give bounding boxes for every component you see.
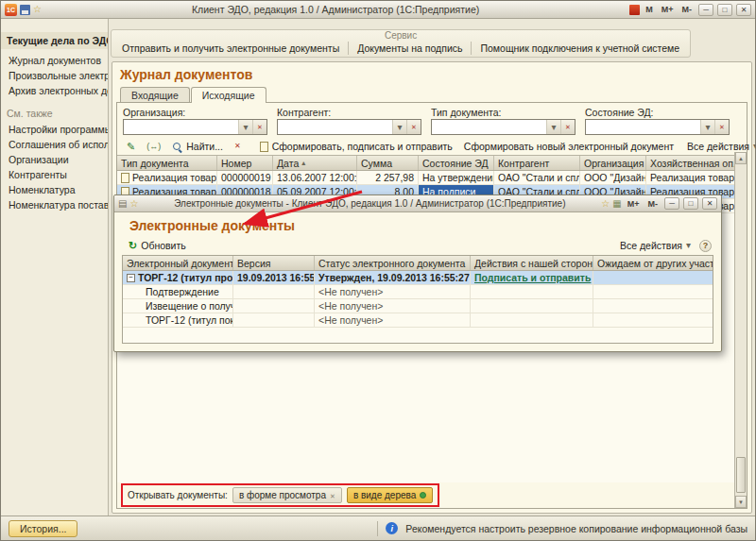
send-receive-docs-button[interactable]: Отправить и получить электронные докумен… <box>113 41 348 56</box>
scrollbar-track[interactable] <box>735 164 747 496</box>
sidebar-item-arbitrary-docs[interactable]: Произвольные электро... <box>1 68 108 83</box>
column-ed-state[interactable]: Состояние ЭД <box>419 156 494 170</box>
tab-outgoing[interactable]: Исходящие <box>191 87 266 103</box>
app-red-flag-icon <box>629 5 640 15</box>
chevron-down-icon <box>686 241 691 250</box>
cell-waiting <box>593 271 713 284</box>
filter-label-contractor: Контрагент: <box>277 107 421 118</box>
refresh-button[interactable]: Обновить <box>124 239 191 252</box>
help-icon[interactable]: ? <box>699 240 712 252</box>
open-mode-view-form-button[interactable]: в форме просмотра <box>232 487 342 503</box>
docs-to-sign-button[interactable]: Документы на подпись <box>349 41 471 56</box>
contractor-combobox[interactable] <box>277 119 421 135</box>
connection-assistant-button[interactable]: Помощник подключения к учетной системе <box>472 41 688 56</box>
column-version[interactable]: Версия <box>233 256 315 270</box>
memory-m-minus-button[interactable]: M- <box>679 5 696 14</box>
dialog-row[interactable]: Подтверждение <Не получен> <box>123 285 713 299</box>
ed-state-combobox[interactable] <box>585 119 730 135</box>
collapse-icon[interactable] <box>127 274 135 282</box>
scroll-up-button[interactable] <box>735 152 747 164</box>
cell-doc: ТОРГ-12 (титул про... <box>138 272 233 283</box>
dialog-row[interactable]: ТОРГ-12 (титул поку... <Не получен> <box>123 313 713 328</box>
dialog-maximize-button[interactable] <box>683 197 698 210</box>
column-waiting-others[interactable]: Ожидаем от других участников <box>593 256 713 270</box>
sidebar-item-nomenclature[interactable]: Номенклатура <box>1 182 108 197</box>
close-icon <box>330 490 335 500</box>
annotation-red-box: Открывать документы: в форме просмотра в… <box>121 483 439 507</box>
memory-m-button[interactable]: M <box>643 5 656 14</box>
edit-button[interactable] <box>122 141 140 153</box>
clear-icon[interactable] <box>714 120 729 134</box>
history-button[interactable]: История... <box>9 520 77 537</box>
chevron-down-icon[interactable] <box>238 120 252 134</box>
sidebar-item-settings[interactable]: Настройки программы <box>1 122 108 137</box>
column-sum[interactable]: Сумма <box>357 156 419 170</box>
tab-incoming[interactable]: Входящие <box>120 87 190 103</box>
clear-icon[interactable] <box>252 120 266 134</box>
vertical-scrollbar[interactable] <box>734 152 747 508</box>
all-actions-button[interactable]: Все действия <box>682 140 756 153</box>
column-date[interactable]: Дата <box>273 156 357 170</box>
chevron-down-icon[interactable] <box>546 120 560 134</box>
clear-icon[interactable] <box>406 120 421 134</box>
column-status[interactable]: Статус электронного документа <box>315 256 471 270</box>
search-icon <box>172 142 182 152</box>
dialog-all-actions-button[interactable]: Все действия <box>615 239 696 252</box>
sidebar-item-agreements[interactable]: Соглашения об использ... <box>1 137 108 152</box>
exchange-button[interactable] <box>142 142 165 152</box>
dialog-close-button[interactable] <box>702 197 717 210</box>
favorites-star-icon[interactable] <box>601 199 610 209</box>
grid-view-icon[interactable] <box>612 199 621 209</box>
save-icon[interactable] <box>20 5 30 15</box>
scroll-down-button[interactable] <box>735 496 747 508</box>
generate-sign-send-button[interactable]: Сформировать, подписать и отправить <box>255 140 457 153</box>
sort-asc-icon <box>301 160 305 167</box>
cell-organization: ООО "Дизайн" <box>580 171 646 184</box>
sidebar-item-organizations[interactable]: Организации <box>1 152 108 167</box>
journal-toolbar: Найти... Сформировать, подписать и отпра… <box>117 138 747 155</box>
dialog-minimize-button[interactable] <box>664 197 679 210</box>
sidebar-header-current-edo[interactable]: Текущие дела по ЭДО <box>1 32 108 49</box>
column-operation[interactable]: Хозяйственная оп... <box>646 156 734 170</box>
cell-version <box>233 299 315 313</box>
cell-version: 19.09.2013 16:55:23 <box>233 271 315 284</box>
filters: Организация: Контрагент: Тип документа: … <box>117 103 747 138</box>
memory-m-plus-button[interactable]: M+ <box>659 5 677 14</box>
backup-hint-text: Рекомендуется настроить резервное копиро… <box>405 523 747 534</box>
minimize-button[interactable] <box>698 4 713 16</box>
clear-icon[interactable] <box>560 120 575 134</box>
favorites-star-icon[interactable] <box>129 199 138 209</box>
open-mode-tree-button[interactable]: в виде дерева <box>347 487 433 503</box>
column-our-actions[interactable]: Действия с нашей стороны <box>471 256 593 270</box>
chevron-down-icon[interactable] <box>392 120 406 134</box>
maximize-button[interactable] <box>717 4 732 16</box>
column-electronic-doc[interactable]: Электронный документ <box>123 256 233 270</box>
generate-new-doc-button[interactable]: Сформировать новый электронный документ <box>459 140 679 153</box>
sign-and-send-link[interactable]: Подписать и отправить <box>474 272 591 283</box>
clear-search-icon <box>234 143 241 150</box>
column-organization[interactable]: Организация <box>580 156 646 170</box>
scrollbar-thumb[interactable] <box>736 457 746 493</box>
column-doc-type[interactable]: Тип документа <box>117 156 217 170</box>
memory-m-minus-button[interactable]: M- <box>645 199 662 209</box>
close-button[interactable] <box>736 4 751 16</box>
column-number[interactable]: Номер <box>217 156 273 170</box>
sidebar-item-archive[interactable]: Архив электронных док... <box>1 83 108 98</box>
favorites-star-icon[interactable] <box>33 5 42 14</box>
clear-find-button[interactable] <box>230 142 246 151</box>
organization-combobox[interactable] <box>123 119 267 135</box>
chevron-down-icon[interactable] <box>700 120 714 134</box>
column-contractor[interactable]: Контрагент <box>494 156 580 170</box>
sidebar-item-journal[interactable]: Журнал документов <box>1 53 108 68</box>
find-button[interactable]: Найти... <box>167 140 228 153</box>
cell-version <box>233 313 315 327</box>
dialog-row[interactable]: Извещение о получ... <Не получен> <box>123 299 713 313</box>
table-row[interactable]: Реализация товаров ... 000000019 13.06.2… <box>117 171 734 185</box>
statusbar-divider <box>377 521 378 536</box>
sidebar-item-supplier-nomenclature[interactable]: Номенклатура поставщ... <box>1 197 108 212</box>
service-panel: Сервис Отправить и получить электронные … <box>111 29 691 58</box>
sidebar-item-contractors[interactable]: Контрагенты <box>1 167 108 182</box>
dialog-row-selected[interactable]: ТОРГ-12 (титул про... 19.09.2013 16:55:2… <box>123 271 713 285</box>
memory-m-plus-button[interactable]: M+ <box>625 199 643 209</box>
doc-type-combobox[interactable] <box>431 119 576 135</box>
